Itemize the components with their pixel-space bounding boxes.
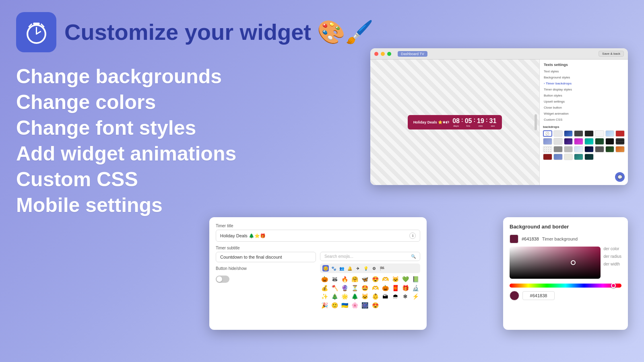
button-styles-item[interactable]: Button styles — [540, 93, 628, 99]
emoji-14[interactable]: 🤩 — [360, 284, 369, 292]
custom-css-item[interactable]: Custom CSS — [540, 117, 628, 123]
backdrop-blue2[interactable] — [553, 154, 563, 160]
upsell-settings-item[interactable]: Upsell settings — [540, 99, 628, 105]
emoji-4[interactable]: 🦋 — [360, 276, 369, 284]
backdrop-silver[interactable] — [564, 146, 573, 152]
window-tab[interactable]: Dashboard TV — [398, 51, 427, 57]
emoji-29[interactable]: ⚡ — [411, 293, 420, 301]
emoji-32[interactable]: 🇺🇦 — [340, 302, 349, 310]
text-styles-item[interactable]: Text styles — [540, 68, 628, 74]
minimize-dot[interactable] — [381, 52, 385, 56]
emoji-8[interactable]: 💚 — [401, 276, 410, 284]
emoji-24[interactable]: 🐱 — [360, 293, 369, 301]
emoji-23[interactable]: 🌲 — [350, 293, 359, 301]
emoji-34[interactable]: 🎆 — [360, 302, 369, 310]
backdrop-mid-gray[interactable] — [553, 146, 563, 152]
emoji-10[interactable]: 💰 — [320, 284, 329, 292]
backdrop-gray-light[interactable] — [553, 138, 563, 144]
emoji-13[interactable]: ⏳ — [350, 284, 359, 292]
close-button-item[interactable]: Close button — [540, 105, 628, 111]
color-hex-input[interactable]: #641838 — [522, 291, 555, 300]
emoji-15[interactable]: 🫶 — [371, 284, 380, 292]
backdrop-white[interactable] — [595, 130, 604, 137]
backdrop-none[interactable]: ⊘ — [543, 130, 552, 137]
emoji-26[interactable]: 🏔 — [381, 293, 390, 301]
backdrop-sunset[interactable] — [615, 146, 625, 152]
emoji-22[interactable]: 🌟 — [340, 293, 349, 301]
cat-travel[interactable]: ⚙ — [371, 265, 377, 272]
timer-title-field[interactable]: Holiday Deals 🌲⭐🎁 ℹ — [216, 230, 420, 242]
emoji-search-box[interactable]: Search emojis... 🔍 — [320, 252, 420, 261]
backdrop-teal2[interactable] — [574, 154, 583, 160]
color-dot-large[interactable] — [510, 291, 519, 300]
backdrop-dark-teal[interactable] — [584, 154, 594, 160]
cat-activity[interactable]: 💡 — [363, 265, 369, 272]
backdrop-blue[interactable] — [564, 130, 573, 137]
backdrop-periwinkle[interactable] — [543, 138, 552, 144]
save-back-button[interactable]: Save & back — [599, 51, 624, 57]
backdrop-dots[interactable] — [615, 138, 625, 144]
emoji-20[interactable]: ✨ — [320, 293, 329, 301]
backdrop-pale[interactable] — [564, 154, 573, 160]
emoji-28[interactable]: ❄ — [401, 293, 410, 301]
timer-backdrops-item[interactable]: › Timer backdrops — [540, 80, 628, 86]
backdrop-darker[interactable] — [584, 130, 594, 137]
emoji-9[interactable]: 📗 — [411, 276, 420, 284]
settings-panel: Texts settings Text styles Background st… — [539, 60, 628, 185]
emoji-30[interactable]: 🎉 — [320, 302, 329, 310]
emoji-25[interactable]: 👶 — [371, 293, 380, 301]
backdrop-red[interactable] — [615, 130, 625, 137]
emoji-1[interactable]: 🦝 — [330, 276, 339, 284]
emoji-18[interactable]: 🎁 — [401, 284, 410, 292]
widget-animation-item[interactable]: Widget animation — [540, 111, 628, 117]
emoji-0[interactable]: 🎃 — [320, 276, 329, 284]
backdrop-ice[interactable] — [574, 146, 583, 152]
cat-smileys[interactable]: 😊 — [322, 265, 329, 272]
backdrop-light-dots[interactable] — [543, 146, 552, 152]
button-toggle[interactable] — [216, 276, 229, 283]
emoji-11[interactable]: 🪓 — [330, 284, 339, 292]
info-icon[interactable]: ℹ — [409, 232, 416, 239]
emoji-2[interactable]: 🔥 — [340, 276, 349, 284]
backdrop-dark[interactable] — [574, 130, 583, 137]
backdrop-teal[interactable] — [584, 138, 594, 144]
backdrop-lightblue[interactable] — [605, 130, 615, 137]
backdrop-purple-dark[interactable] — [564, 138, 573, 144]
cat-people[interactable]: 👥 — [339, 265, 345, 272]
emoji-17[interactable]: 🧧 — [391, 284, 400, 292]
backdrop-green-dark[interactable] — [595, 138, 604, 144]
chat-button[interactable]: 💬 — [615, 172, 625, 182]
emoji-16[interactable]: 🎃 — [381, 284, 390, 292]
bg-styles-item[interactable]: Background styles — [540, 74, 628, 80]
backdrop-space[interactable] — [584, 146, 594, 152]
maximize-dot[interactable] — [387, 52, 391, 56]
cat-animals[interactable]: 🐾 — [330, 265, 337, 272]
emoji-12[interactable]: 🔮 — [340, 284, 349, 292]
emoji-6[interactable]: 🫶 — [381, 276, 390, 284]
timer-subtitle-field[interactable]: Countdown to the final discount — [216, 252, 316, 262]
emoji-5[interactable]: 😍 — [371, 276, 380, 284]
emoji-31[interactable]: 🙂 — [330, 302, 339, 310]
close-dot[interactable] — [374, 52, 378, 56]
timer-icon — [23, 19, 50, 45]
bg-color-swatch[interactable] — [510, 234, 518, 243]
color-gradient-picker[interactable] — [510, 247, 601, 279]
backdrop-magenta[interactable] — [574, 138, 583, 144]
emoji-35[interactable]: 😍 — [371, 302, 380, 310]
backdrop-crimson[interactable] — [543, 154, 552, 160]
hue-bar[interactable] — [510, 284, 621, 288]
emoji-33[interactable]: 🌸 — [350, 302, 359, 310]
cat-nature[interactable]: 🔔 — [347, 265, 353, 272]
emoji-3[interactable]: 🤗 — [350, 276, 359, 284]
emoji-21[interactable]: 🎄 — [330, 293, 339, 301]
backdrop-light[interactable] — [553, 130, 563, 137]
backdrop-forest[interactable] — [605, 146, 615, 152]
emoji-27[interactable]: 🌨 — [391, 293, 400, 301]
emoji-7[interactable]: 🐱 — [391, 276, 400, 284]
backdrop-dark-gray[interactable] — [595, 146, 604, 152]
backdrop-star[interactable] — [605, 138, 615, 144]
timer-display-item[interactable]: Timer display styles — [540, 86, 628, 93]
cat-objects[interactable]: 🏁 — [379, 265, 385, 272]
cat-food[interactable]: ✈ — [355, 265, 361, 272]
emoji-19[interactable]: 🔬 — [411, 284, 420, 292]
